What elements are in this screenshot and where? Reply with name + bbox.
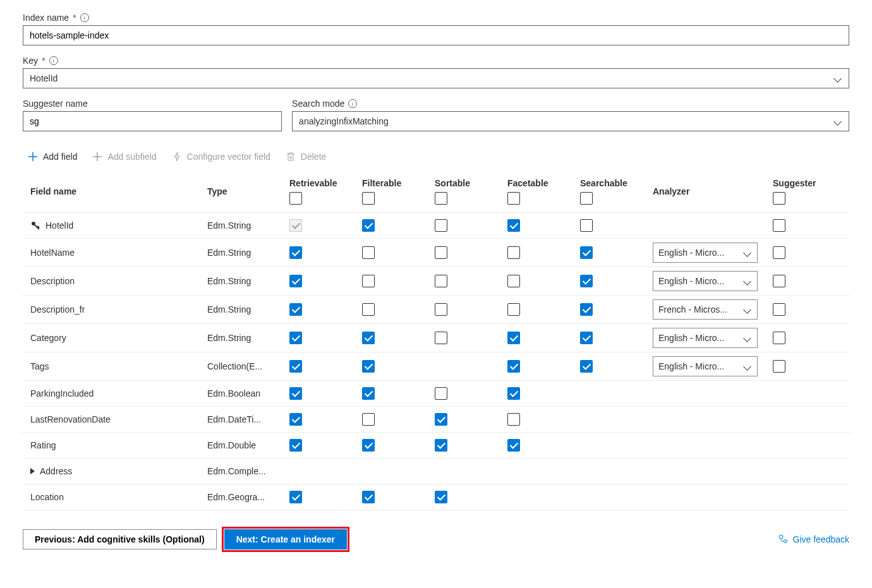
checkbox[interactable] — [507, 246, 520, 259]
index-name-input[interactable] — [23, 25, 849, 45]
checkbox[interactable] — [773, 332, 785, 344]
field-type-cell: Edm.DateTi... — [200, 411, 282, 428]
col-sortable: Sortable — [427, 176, 500, 207]
checkbox[interactable] — [435, 387, 447, 400]
checkbox[interactable] — [362, 439, 375, 452]
analyzer-select[interactable]: English - Micro... — [653, 328, 758, 348]
filterable-all-checkbox[interactable] — [362, 192, 375, 205]
checkbox[interactable] — [435, 439, 447, 452]
give-feedback-link[interactable]: Give feedback — [778, 534, 850, 546]
checkbox[interactable] — [362, 219, 375, 232]
info-icon[interactable]: i — [80, 13, 89, 22]
suggester-name-input[interactable] — [23, 111, 282, 131]
next-button[interactable]: Next: Create an indexer — [224, 529, 347, 549]
plus-icon — [92, 152, 102, 162]
field-name-cell: LastRenovationDate — [23, 411, 200, 428]
add-field-button[interactable]: Add field — [28, 152, 77, 162]
checkbox[interactable] — [362, 275, 375, 287]
suggester-all-checkbox[interactable] — [773, 192, 785, 205]
checkbox[interactable] — [580, 360, 593, 373]
field-type-cell: Edm.String — [200, 244, 282, 261]
analyzer-select[interactable]: French - Micros... — [653, 299, 758, 320]
checkbox[interactable] — [580, 303, 593, 316]
analyzer-select[interactable]: English - Micro... — [653, 243, 758, 263]
table-row: LocationEdm.Geogra... — [23, 484, 849, 510]
analyzer-select[interactable]: English - Micro... — [653, 271, 758, 291]
checkbox[interactable] — [362, 332, 375, 344]
chevron-down-icon — [744, 306, 752, 313]
checkbox[interactable] — [507, 332, 520, 344]
chevron-down-icon — [744, 277, 752, 285]
checkbox[interactable] — [580, 332, 593, 344]
checkbox[interactable] — [362, 246, 375, 259]
add-subfield-button: Add subfield — [92, 152, 156, 162]
configure-vector-button: Configure vector field — [172, 152, 270, 162]
checkbox[interactable] — [289, 246, 302, 259]
checkbox[interactable] — [362, 413, 375, 426]
table-row: RatingEdm.Double — [23, 433, 849, 459]
search-mode-select[interactable]: analyzingInfixMatching — [292, 111, 849, 131]
checkbox[interactable] — [507, 413, 520, 426]
fields-table: Field name Type Retrievable Filterable S… — [23, 171, 849, 510]
checkbox[interactable] — [580, 219, 593, 232]
checkbox[interactable] — [289, 303, 302, 316]
checkbox[interactable] — [362, 360, 375, 373]
checkbox[interactable] — [289, 219, 302, 232]
field-type-cell: Edm.String — [200, 272, 282, 290]
checkbox[interactable] — [289, 387, 302, 400]
checkbox[interactable] — [580, 246, 593, 259]
checkbox[interactable] — [580, 275, 593, 287]
col-type: Type — [200, 184, 282, 199]
chevron-down-icon — [744, 249, 752, 256]
previous-button[interactable]: Previous: Add cognitive skills (Optional… — [23, 529, 217, 549]
checkbox[interactable] — [435, 303, 447, 316]
checkbox[interactable] — [773, 303, 785, 316]
checkbox[interactable] — [289, 360, 302, 373]
checkbox[interactable] — [289, 491, 302, 503]
checkbox[interactable] — [435, 332, 447, 344]
analyzer-select[interactable]: English - Micro... — [653, 356, 758, 376]
expand-icon[interactable] — [30, 468, 35, 474]
checkbox[interactable] — [507, 387, 520, 400]
checkbox[interactable] — [362, 491, 375, 503]
checkbox[interactable] — [289, 439, 302, 452]
required-asterisk: * — [42, 56, 45, 66]
key-label: Key * i — [23, 56, 849, 66]
checkbox[interactable] — [507, 219, 520, 232]
checkbox[interactable] — [773, 275, 785, 287]
checkbox[interactable] — [435, 413, 447, 426]
field-name-cell: Rating — [23, 436, 200, 454]
checkbox[interactable] — [435, 246, 447, 259]
checkbox[interactable] — [773, 246, 785, 259]
checkbox[interactable] — [362, 387, 375, 400]
checkbox[interactable] — [773, 360, 785, 373]
key-select[interactable]: HotelId — [23, 68, 849, 88]
checkbox[interactable] — [435, 491, 447, 503]
chevron-down-icon — [744, 334, 752, 342]
field-name-cell: HotelId — [23, 217, 200, 234]
checkbox[interactable] — [435, 275, 447, 287]
checkbox[interactable] — [435, 219, 447, 232]
trash-icon — [286, 152, 296, 162]
field-type-cell: Collection(E... — [200, 357, 282, 375]
col-searchable: Searchable — [572, 176, 645, 207]
checkbox[interactable] — [507, 275, 520, 287]
checkbox[interactable] — [289, 332, 302, 344]
chevron-down-icon — [744, 363, 752, 370]
checkbox[interactable] — [773, 219, 785, 232]
sortable-all-checkbox[interactable] — [435, 192, 447, 205]
facetable-all-checkbox[interactable] — [507, 192, 520, 205]
checkbox[interactable] — [362, 303, 375, 316]
table-row: LastRenovationDateEdm.DateTi... — [23, 407, 849, 433]
searchable-all-checkbox[interactable] — [580, 192, 593, 205]
checkbox[interactable] — [507, 303, 520, 316]
checkbox[interactable] — [289, 413, 302, 426]
info-icon[interactable]: i — [348, 99, 357, 108]
retrievable-all-checkbox[interactable] — [289, 192, 302, 205]
feedback-icon — [778, 534, 788, 546]
checkbox[interactable] — [507, 360, 520, 373]
info-icon[interactable]: i — [49, 56, 58, 65]
checkbox[interactable] — [289, 275, 302, 287]
checkbox[interactable] — [507, 439, 520, 452]
col-filterable: Filterable — [354, 176, 427, 207]
